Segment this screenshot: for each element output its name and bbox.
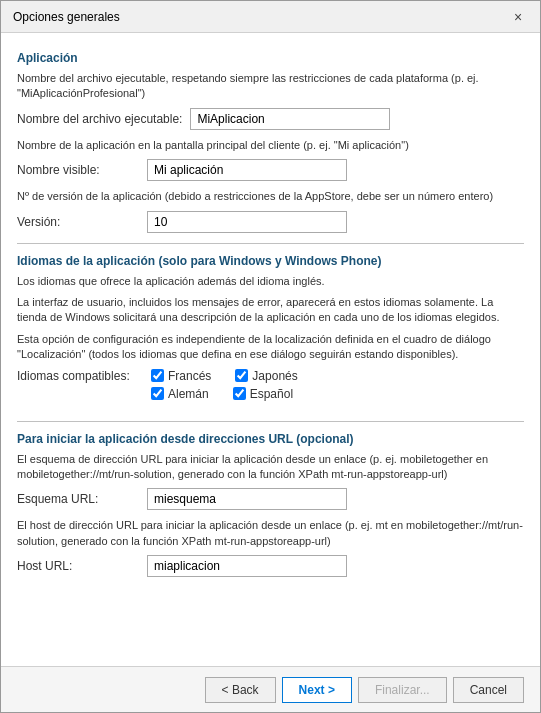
dialog: Opciones generales × Aplicación Nombre d… — [0, 0, 541, 713]
aleman-label: Alemán — [168, 387, 209, 401]
url-scheme-input[interactable] — [147, 488, 347, 510]
visible-name-label: Nombre visible: — [17, 163, 147, 177]
checkbox-aleman[interactable]: Alemán — [151, 387, 209, 401]
japones-checkbox[interactable] — [235, 369, 248, 382]
exec-name-field-row: Nombre del archivo ejecutable: — [17, 108, 524, 130]
url-host-input[interactable] — [147, 555, 347, 577]
url-section-header: Para iniciar la aplicación desde direcci… — [17, 432, 524, 446]
frances-label: Francés — [168, 369, 211, 383]
application-section-header: Aplicación — [17, 51, 524, 65]
url-section: Para iniciar la aplicación desde direcci… — [17, 432, 524, 578]
url-scheme-description: El esquema de dirección URL para iniciar… — [17, 452, 524, 483]
back-button[interactable]: < Back — [205, 677, 276, 703]
languages-section: Idiomas de la aplicación (solo para Wind… — [17, 254, 524, 411]
exec-name-label: Nombre del archivo ejecutable: — [17, 112, 190, 126]
checkboxes-container: Francés Japonés Alemán — [147, 369, 298, 405]
footer: < Back Next > Finalizar... Cancel — [1, 666, 540, 712]
visible-name-description: Nombre de la aplicación en la pantalla p… — [17, 138, 524, 153]
close-button[interactable]: × — [508, 7, 528, 27]
visible-name-field-row: Nombre visible: — [17, 159, 524, 181]
divider-1 — [17, 243, 524, 244]
exec-name-description: Nombre del archivo ejecutable, respetand… — [17, 71, 524, 102]
checkbox-row-2: Alemán Español — [147, 387, 298, 401]
checkbox-japones[interactable]: Japonés — [235, 369, 297, 383]
dialog-title: Opciones generales — [13, 10, 120, 24]
url-scheme-field-row: Esquema URL: — [17, 488, 524, 510]
cancel-button[interactable]: Cancel — [453, 677, 524, 703]
compatible-label: Idiomas compatibles: — [17, 369, 147, 383]
url-host-description: El host de dirección URL para iniciar la… — [17, 518, 524, 549]
checkbox-espanol[interactable]: Español — [233, 387, 293, 401]
version-description: Nº de versión de la aplicación (debido a… — [17, 189, 524, 204]
version-field-row: Versión: — [17, 211, 524, 233]
url-host-field-row: Host URL: — [17, 555, 524, 577]
url-host-label: Host URL: — [17, 559, 147, 573]
divider-2 — [17, 421, 524, 422]
application-section: Aplicación Nombre del archivo ejecutable… — [17, 51, 524, 233]
compatible-languages-row: Idiomas compatibles: Francés Japonés — [17, 369, 524, 411]
url-scheme-label: Esquema URL: — [17, 492, 147, 506]
next-button[interactable]: Next > — [282, 677, 352, 703]
languages-desc2: La interfaz de usuario, incluidos los me… — [17, 295, 524, 326]
espanol-checkbox[interactable] — [233, 387, 246, 400]
languages-section-header: Idiomas de la aplicación (solo para Wind… — [17, 254, 524, 268]
espanol-label: Español — [250, 387, 293, 401]
languages-desc1: Los idiomas que ofrece la aplicación ade… — [17, 274, 524, 289]
frances-checkbox[interactable] — [151, 369, 164, 382]
languages-desc3: Esta opción de configuración es independ… — [17, 332, 524, 363]
finish-button[interactable]: Finalizar... — [358, 677, 447, 703]
title-bar: Opciones generales × — [1, 1, 540, 33]
checkbox-row-1: Francés Japonés — [147, 369, 298, 383]
content-area: Aplicación Nombre del archivo ejecutable… — [1, 33, 540, 666]
visible-name-input[interactable] — [147, 159, 347, 181]
version-label: Versión: — [17, 215, 147, 229]
checkbox-frances[interactable]: Francés — [151, 369, 211, 383]
japones-label: Japonés — [252, 369, 297, 383]
exec-name-input[interactable] — [190, 108, 390, 130]
version-input[interactable] — [147, 211, 347, 233]
aleman-checkbox[interactable] — [151, 387, 164, 400]
